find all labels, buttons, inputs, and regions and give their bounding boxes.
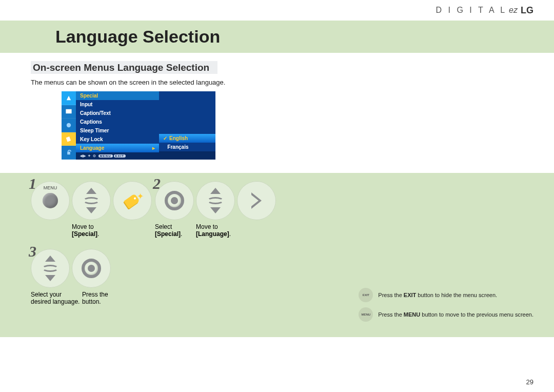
step-3: 3 Select yourdesired language. Press the…: [31, 249, 121, 305]
caption: Select[Special].: [155, 223, 194, 238]
dot-icon: [43, 193, 58, 208]
osd-item-selected: Language ▸: [76, 144, 159, 152]
osd-item: Key Lock: [76, 135, 159, 144]
osd-main: Special Input Caption/Text Captions Slee…: [76, 91, 159, 160]
menu-note: MENU Press the MENU button to move to th…: [359, 307, 533, 322]
caption: Move to[Language].: [196, 223, 235, 238]
osd-sidebar: [62, 91, 76, 160]
right-button: [237, 181, 276, 220]
captions: Move to[Special].: [31, 223, 152, 238]
menu-mini-button: MENU: [359, 307, 373, 322]
osd-side-icon: [62, 105, 76, 119]
osd-header: Special: [76, 91, 159, 100]
step-number: 2: [153, 175, 161, 192]
circle-row: [31, 249, 121, 288]
brand-lg: LG: [521, 5, 533, 16]
step-number: 3: [29, 243, 36, 260]
osd-item: Input: [76, 100, 159, 109]
osd-item: Sleep Timer: [76, 126, 159, 135]
svg-point-1: [67, 123, 71, 127]
osd-options: ✓English Français: [159, 91, 215, 160]
page-number: 29: [526, 378, 533, 386]
updown-icon: [207, 188, 224, 213]
tag-icon: ✦: [122, 190, 143, 211]
osd-menu: Special Input Caption/Text Captions Slee…: [62, 91, 215, 160]
footer-notes: EXIT Press the EXIT button to hide the m…: [359, 288, 533, 327]
step-1: 1 MENU ✦ Move to[S: [31, 181, 152, 238]
svg-rect-2: [66, 136, 71, 142]
check-icon: ✓: [163, 135, 167, 141]
menu-button: MENU: [31, 181, 70, 220]
ring-icon: [165, 191, 184, 210]
exit-note: EXIT Press the EXIT button to hide the m…: [359, 288, 533, 302]
svg-rect-0: [66, 109, 71, 113]
circle-row: [155, 181, 276, 220]
updown-icon: [42, 256, 58, 281]
osd-footer-exit: EXIT: [114, 154, 126, 158]
caption: Move to[Special].: [72, 223, 111, 238]
osd-option: Français: [159, 143, 215, 151]
updown-icon: [83, 188, 100, 213]
osd-side-icon: [62, 132, 76, 146]
svg-rect-3: [67, 152, 70, 155]
chevron-right-icon: ▸: [152, 145, 155, 151]
step-2: 2 Select[Special]. Move to[Language].: [155, 181, 276, 238]
updown-button: [196, 181, 235, 220]
step-number: 1: [29, 175, 36, 192]
ring-icon: [82, 259, 101, 278]
brand-bar: D I G I T A L ez LG: [0, 0, 554, 21]
content-top: On-screen Menus Language Selection The m…: [0, 53, 554, 160]
osd-footer: ◀▶ ✦ ⊙ MENUEXIT: [76, 152, 159, 160]
osd-side-icon: [62, 146, 76, 160]
note-text: Press the EXIT button to hide the menu s…: [378, 292, 497, 298]
section-title: On-screen Menus Language Selection: [31, 61, 217, 74]
updown-button: [31, 249, 70, 288]
osd-item: Caption/Text: [76, 109, 159, 117]
osd-item-label: Language: [80, 145, 104, 151]
title-band: Language Selection: [0, 21, 554, 53]
circle-row: MENU ✦: [31, 181, 152, 220]
caption: Select yourdesired language.: [31, 291, 80, 305]
special-tag-button: ✦: [113, 181, 152, 220]
updown-button: [72, 181, 111, 220]
osd-option-selected: ✓English: [159, 134, 215, 143]
arrow-right-icon: [251, 192, 262, 209]
brand-ez: ez: [509, 6, 518, 15]
page-title: Language Selection: [55, 27, 554, 47]
osd-item: Captions: [76, 117, 159, 126]
steps-band: 1 MENU ✦ Move to[S: [0, 173, 554, 337]
caption: Press thebutton.: [82, 291, 121, 305]
osd-option-label: Français: [167, 144, 188, 150]
note-text: Press the MENU button to move to the pre…: [378, 311, 533, 318]
button-label: MENU: [44, 185, 57, 190]
intro-text: The menus can be shown on the screen in …: [31, 79, 523, 86]
osd-option-label: English: [169, 135, 188, 141]
osd-footer-menu: MENU: [98, 154, 113, 158]
osd-side-icon: [62, 119, 76, 132]
ok-button: [72, 249, 111, 288]
exit-mini-button: EXIT: [359, 288, 373, 302]
captions: Select[Special]. Move to[Language].: [155, 223, 276, 238]
brand-pre: D I G I T A L: [436, 6, 507, 15]
osd-side-icon: [62, 91, 76, 105]
step-row-1: 1 MENU ✦ Move to[S: [31, 181, 523, 238]
ok-button: [155, 181, 194, 220]
captions: Select yourdesired language. Press thebu…: [31, 291, 121, 305]
